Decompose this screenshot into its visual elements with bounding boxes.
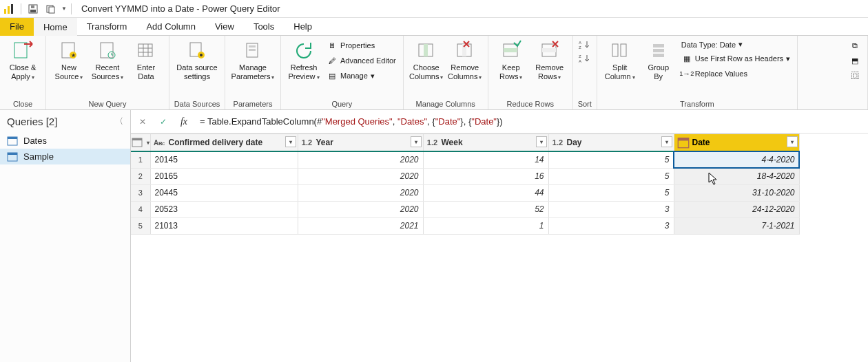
use-first-row-button[interactable]: ▦Use First Row as Headers ▾ xyxy=(679,52,793,65)
ribbon-group-query: RefreshPreview▾ 🗏Properties 🖉Advanced Ed… xyxy=(281,36,404,109)
manage-icon: ▤ xyxy=(327,70,338,81)
manage-button[interactable]: ▤Manage ▾ xyxy=(324,69,399,83)
filter-icon[interactable] xyxy=(411,136,422,147)
table-row[interactable]: 1 20145 2020 14 5 4-4-2020 xyxy=(131,151,799,168)
col-header-year[interactable]: 1.2Year xyxy=(298,134,423,152)
remove-columns-button[interactable]: RemoveColumns▾ xyxy=(446,39,484,83)
filter-icon[interactable] xyxy=(661,136,672,147)
tab-transform[interactable]: Transform xyxy=(77,18,137,36)
split-column-icon xyxy=(609,40,631,62)
ribbon-tab-row: File Home Transform Add Column View Tool… xyxy=(0,18,868,36)
qat-apply-icon[interactable] xyxy=(43,1,59,17)
remove-columns-icon xyxy=(454,40,476,62)
filter-icon[interactable] xyxy=(285,136,296,147)
group-by-button[interactable]: GroupBy xyxy=(640,39,677,83)
close-apply-button[interactable]: Close &Apply▾ xyxy=(4,39,41,83)
remove-rows-button[interactable]: RemoveRows▾ xyxy=(531,39,568,83)
query-item-dates[interactable]: Dates xyxy=(0,133,130,149)
keep-rows-button[interactable]: KeepRows▾ xyxy=(493,39,530,83)
data-type-button[interactable]: Data Type: Date ▾ xyxy=(679,39,793,50)
ribbon-group-transform: SplitColumn▾ GroupBy Data Type: Date ▾ ▦… xyxy=(597,36,798,109)
choose-columns-button[interactable]: ChooseColumns▾ xyxy=(408,39,445,83)
tab-add-column[interactable]: Add Column xyxy=(136,18,205,36)
svg-rect-52 xyxy=(678,138,688,141)
decimal-type-icon: 1.2 xyxy=(426,137,439,148)
query-item-sample[interactable]: Sample xyxy=(0,149,130,164)
sort-desc-button[interactable]: ZA xyxy=(577,52,592,65)
recent-sources-button[interactable]: RecentSources▾ xyxy=(89,39,126,83)
properties-button[interactable]: 🗏Properties xyxy=(324,39,399,52)
manage-parameters-button[interactable]: ManageParameters▾ xyxy=(229,39,276,83)
first-row-headers-icon: ▦ xyxy=(681,53,692,64)
formula-text[interactable]: = Table.ExpandTableColumn(#"Merged Queri… xyxy=(196,116,865,127)
recent-sources-icon xyxy=(96,40,118,62)
formula-cancel-button[interactable]: ✕ xyxy=(134,113,152,131)
data-grid[interactable]: ▾ ABCConfirmed delivery date 1.2Year 1.2… xyxy=(131,134,868,362)
svg-rect-41 xyxy=(653,54,664,57)
combine-merge-icon[interactable]: ⧉ xyxy=(847,39,863,52)
keep-rows-icon xyxy=(500,40,522,62)
remove-rows-icon xyxy=(539,40,561,62)
refresh-preview-button[interactable]: RefreshPreview▾ xyxy=(285,39,322,83)
new-source-icon: ★ xyxy=(58,40,80,62)
svg-text:C: C xyxy=(162,142,165,146)
ribbon-group-parameters: ManageParameters▾ Parameters xyxy=(225,36,281,109)
table-row[interactable]: 4 20523 2020 52 3 24-12-2020 xyxy=(131,201,799,217)
sort-asc-button[interactable]: AZ xyxy=(577,39,592,51)
data-source-settings-button[interactable]: Data sourcesettings xyxy=(174,39,220,83)
tab-home[interactable]: Home xyxy=(34,18,77,36)
ribbon-group-manage-columns: ChooseColumns▾ RemoveColumns▾ Manage Col… xyxy=(404,36,488,109)
svg-rect-45 xyxy=(8,153,17,155)
svg-rect-5 xyxy=(31,6,34,8)
qat-dropdown-icon[interactable]: ▼ xyxy=(61,6,67,12)
replace-values-button[interactable]: 1→2Replace Values xyxy=(679,67,793,81)
new-source-button[interactable]: ★ NewSource▾ xyxy=(50,39,87,83)
svg-rect-23 xyxy=(249,45,256,47)
table-row[interactable]: 5 21013 2021 1 3 7-1-2021 xyxy=(131,217,799,234)
fx-icon[interactable]: fx xyxy=(175,116,193,127)
enter-data-button[interactable]: EnterData xyxy=(127,39,165,83)
ribbon: Close &Apply▾ Close ★ NewSource▾ RecentS… xyxy=(0,36,868,110)
svg-rect-2 xyxy=(11,4,13,14)
tab-help[interactable]: Help xyxy=(284,18,322,36)
svg-rect-1 xyxy=(8,6,10,14)
queries-pane: Queries [2] 〈 Dates Sample xyxy=(0,110,131,362)
advanced-editor-button[interactable]: 🖉Advanced Editor xyxy=(324,54,399,67)
svg-rect-14 xyxy=(138,44,152,56)
ribbon-group-overflow: ⧉ ⬒ ⿴ xyxy=(798,36,868,109)
col-header-week[interactable]: 1.2Week xyxy=(423,134,548,152)
svg-rect-4 xyxy=(30,10,36,12)
formula-accept-button[interactable]: ✓ xyxy=(154,113,172,131)
filter-icon[interactable] xyxy=(536,136,547,147)
svg-text:A: A xyxy=(579,59,581,63)
table-icon xyxy=(7,152,18,162)
ribbon-group-sort: AZ ZA Sort xyxy=(573,36,597,109)
col-header-date[interactable]: Date xyxy=(674,134,799,152)
combine-append-icon[interactable]: ⬒ xyxy=(847,54,863,67)
qat-save-icon[interactable] xyxy=(25,1,41,17)
manage-parameters-icon xyxy=(242,40,264,62)
col-header-day[interactable]: 1.2Day xyxy=(548,134,674,152)
table-row[interactable]: 2 20165 2020 16 5 18-4-2020 xyxy=(131,168,799,184)
tab-file[interactable]: File xyxy=(0,18,34,36)
properties-icon: 🗏 xyxy=(327,40,338,51)
svg-text:Z: Z xyxy=(579,45,581,50)
filter-icon[interactable] xyxy=(787,136,798,147)
svg-rect-39 xyxy=(653,44,664,47)
tab-tools[interactable]: Tools xyxy=(244,18,284,36)
close-apply-icon xyxy=(12,40,34,62)
enter-data-icon xyxy=(135,40,157,62)
split-column-button[interactable]: SplitColumn▾ xyxy=(601,39,639,83)
svg-rect-26 xyxy=(424,44,428,56)
table-picker-button[interactable]: ▾ xyxy=(131,134,150,152)
main-area: Queries [2] 〈 Dates Sample ✕ ✓ fx = Tabl… xyxy=(0,110,868,362)
decimal-type-icon: 1.2 xyxy=(552,137,564,148)
collapse-pane-icon[interactable]: 〈 xyxy=(115,116,123,127)
queries-header: Queries [2] 〈 xyxy=(0,110,130,133)
combine-files-icon[interactable]: ⿴ xyxy=(847,69,863,83)
svg-rect-24 xyxy=(249,49,256,51)
tab-view[interactable]: View xyxy=(205,18,244,36)
svg-rect-30 xyxy=(504,48,517,52)
col-header-confirmed-delivery-date[interactable]: ABCConfirmed delivery date xyxy=(150,134,298,152)
table-row[interactable]: 3 20445 2020 44 5 31-10-2020 xyxy=(131,184,799,201)
